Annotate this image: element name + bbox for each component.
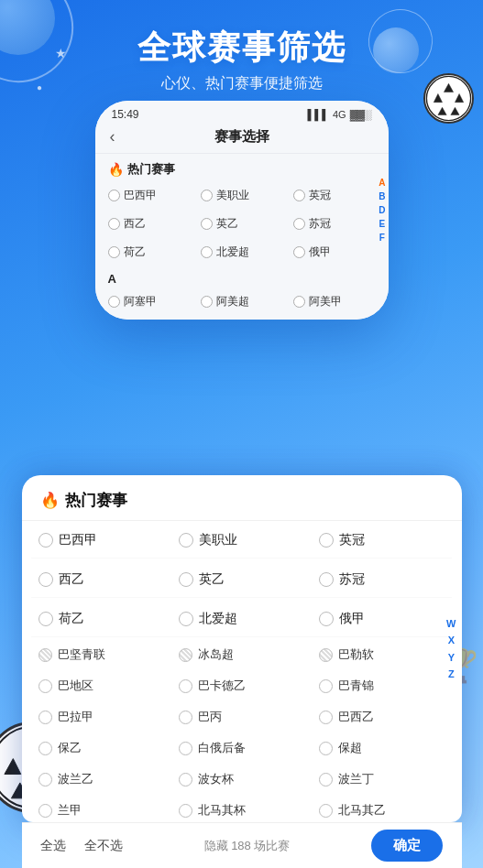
scroll-item-波女杯[interactable]: 波女杯 xyxy=(171,764,312,795)
sheet-hot-row-1: 巴西甲 美职业 英冠 xyxy=(22,521,462,560)
hot-item-美职业[interactable]: 美职业 xyxy=(195,183,288,208)
hot-item-英冠[interactable]: 英冠 xyxy=(288,183,380,208)
scroll-item-巴西乙[interactable]: 巴西乙 xyxy=(312,701,452,732)
nav-title: 赛事选择 xyxy=(214,128,269,146)
sheet-alpha-Z[interactable]: Z xyxy=(448,667,455,682)
confirm-button[interactable]: 确定 xyxy=(371,830,443,862)
sheet-item-英乙[interactable]: 英乙 xyxy=(171,562,312,598)
deselect-all-button[interactable]: 全不选 xyxy=(84,838,123,854)
alpha-a-section: A xyxy=(95,266,389,288)
a-item-阿塞甲[interactable]: 阿塞甲 xyxy=(103,289,195,314)
sheet-header: 🔥 热门赛事 xyxy=(22,475,462,521)
select-all-button[interactable]: 全选 xyxy=(40,838,66,854)
scroll-item-巴卡德乙[interactable]: 巴卡德乙 xyxy=(171,670,312,701)
bottom-bar-left: 全选 全不选 xyxy=(40,838,123,854)
header-title: 全球赛事筛选 xyxy=(0,26,483,71)
sheet-alpha-W[interactable]: W xyxy=(446,616,456,632)
sheet-item-苏冠[interactable]: 苏冠 xyxy=(312,562,452,598)
hot-item-英乙[interactable]: 英乙 xyxy=(195,212,288,236)
scroll-item-巴地区[interactable]: 巴地区 xyxy=(31,670,171,701)
sheet-item-西乙[interactable]: 西乙 xyxy=(31,562,171,598)
hot-row-3: 荷乙 北爱超 俄甲 xyxy=(95,238,389,266)
header-section: 全球赛事筛选 心仪、热门赛事便捷筛选 xyxy=(0,0,483,93)
sheet-item-北爱超[interactable]: 北爱超 xyxy=(171,602,312,637)
scroll-item-巴坚青联[interactable]: 巴坚青联 xyxy=(31,639,171,670)
sheet-fire-icon: 🔥 xyxy=(40,491,60,510)
hide-info: 隐藏 188 场比赛 xyxy=(204,838,291,854)
scroll-item-巴丙[interactable]: 巴丙 xyxy=(171,701,312,732)
hot-section-label: 🔥 热门赛事 xyxy=(95,154,389,181)
scroll-item-保乙[interactable]: 保乙 xyxy=(31,732,171,764)
phone-status-bar: 15:49 ▌▌▌ 4G ▓▓░ xyxy=(95,101,389,125)
status-time: 15:49 xyxy=(112,108,139,121)
scroll-item-白俄后备[interactable]: 白俄后备 xyxy=(171,732,312,764)
alpha-F[interactable]: F xyxy=(379,232,385,244)
hot-item-巴西甲[interactable]: 巴西甲 xyxy=(103,183,195,208)
scroll-item-冰岛超[interactable]: 冰岛超 xyxy=(171,639,312,670)
sheet-alpha-Y[interactable]: Y xyxy=(448,650,455,666)
bottom-bar: 全选 全不选 隐藏 188 场比赛 确定 xyxy=(22,822,462,868)
scroll-item-北马其杯[interactable]: 北马其杯 xyxy=(171,795,312,822)
back-button[interactable]: ‹ xyxy=(110,127,115,146)
hot-row-1: 巴西甲 美职业 英冠 xyxy=(95,181,389,210)
hot-item-俄甲[interactable]: 俄甲 xyxy=(288,240,380,265)
alpha-D[interactable]: D xyxy=(379,204,385,217)
signal-type: 4G xyxy=(333,109,346,120)
hot-row-2: 西乙 英乙 苏冠 xyxy=(95,210,389,238)
scroll-item-巴拉甲[interactable]: 巴拉甲 xyxy=(31,701,171,732)
battery-icon: ▓▓░ xyxy=(350,109,372,120)
phone-alpha-sidebar: A B D E F xyxy=(376,173,388,248)
scroll-item-兰甲[interactable]: 兰甲 xyxy=(31,795,171,822)
phone-frame: 15:49 ▌▌▌ 4G ▓▓░ ‹ 赛事选择 🔥 热门赛事 巴西甲 美职业 英… xyxy=(95,101,389,320)
phone-navbar: ‹ 赛事选择 xyxy=(95,125,389,154)
scroll-item-北马其乙[interactable]: 北马其乙 xyxy=(312,795,452,822)
hot-item-荷乙[interactable]: 荷乙 xyxy=(103,240,195,265)
a-row-1: 阿塞甲 阿美超 阿美甲 xyxy=(95,288,389,316)
alpha-E[interactable]: E xyxy=(379,218,386,231)
a-item-阿美超[interactable]: 阿美超 xyxy=(195,289,288,314)
sheet-item-巴西甲[interactable]: 巴西甲 xyxy=(31,523,171,559)
hot-item-北爱超[interactable]: 北爱超 xyxy=(195,240,288,265)
scroll-item-巴青锦[interactable]: 巴青锦 xyxy=(312,670,452,701)
sheet-item-英冠[interactable]: 英冠 xyxy=(312,523,452,559)
sheet-scroll-area[interactable]: 巴坚青联 冰岛超 巴勒软 巴地区 巴卡德乙 巴青锦 巴拉甲 巴丙 巴西乙 保乙 … xyxy=(22,639,462,822)
signal-bars-icon: ▌▌▌ xyxy=(308,109,329,120)
sheet-item-俄甲[interactable]: 俄甲 xyxy=(312,602,452,637)
a-item-阿美甲[interactable]: 阿美甲 xyxy=(288,289,380,314)
sheet-alpha-X[interactable]: X xyxy=(448,633,455,648)
scroll-item-波兰丁[interactable]: 波兰丁 xyxy=(312,764,452,795)
phone-content: 🔥 热门赛事 巴西甲 美职业 英冠 西乙 英乙 苏冠 荷乙 北爱超 俄甲 A 阿… xyxy=(95,154,389,320)
scroll-item-保超[interactable]: 保超 xyxy=(312,732,452,764)
sheet-alpha-sidebar: W X Y Z xyxy=(446,616,456,682)
scroll-item-巴勒软[interactable]: 巴勒软 xyxy=(312,639,452,670)
alpha-A[interactable]: A xyxy=(379,177,385,190)
hot-item-西乙[interactable]: 西乙 xyxy=(103,212,195,236)
scroll-item-波兰乙[interactable]: 波兰乙 xyxy=(31,764,171,795)
sheet-hot-row-2: 西乙 英乙 苏冠 xyxy=(22,560,462,600)
hot-item-苏冠[interactable]: 苏冠 xyxy=(288,212,380,236)
bottom-sheet: 🔥 热门赛事 巴西甲 美职业 英冠 西乙 英乙 苏冠 荷乙 北爱超 俄甲 巴坚青… xyxy=(22,475,462,822)
fire-icon: 🔥 xyxy=(108,162,124,177)
header-subtitle: 心仪、热门赛事便捷筛选 xyxy=(0,74,483,93)
sheet-item-美职业[interactable]: 美职业 xyxy=(171,523,312,559)
sheet-hot-row-3: 荷乙 北爱超 俄甲 xyxy=(22,600,462,639)
alpha-B[interactable]: B xyxy=(379,190,385,203)
sheet-item-荷乙[interactable]: 荷乙 xyxy=(31,602,171,637)
sheet-header-label: 热门赛事 xyxy=(65,490,127,511)
